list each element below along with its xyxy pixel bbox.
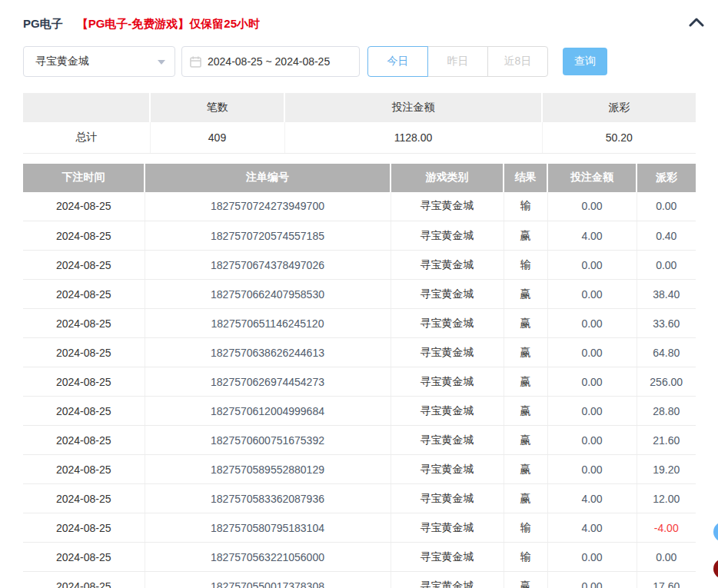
table-row: 2024-08-251827570589552880129寻宝黄金城赢0.001… bbox=[23, 455, 696, 484]
payout-cell: 12.00 bbox=[637, 484, 696, 513]
column-header-payout: 派彩 bbox=[637, 164, 696, 192]
summary-table: 笔数 投注金额 派彩 总计 409 1128.00 50.20 bbox=[23, 93, 696, 154]
order-id-cell: 1827570638626244613 bbox=[145, 338, 391, 367]
bet-amount-cell: 0.00 bbox=[547, 572, 637, 588]
summary-total-label: 总计 bbox=[23, 122, 150, 153]
notice-text: 【PG电子-免费游戏】仅保留25小时 bbox=[77, 17, 260, 32]
column-header-game-type: 游戏类别 bbox=[391, 164, 504, 192]
table-row: 2024-08-251827570583362087936寻宝黄金城赢4.001… bbox=[23, 484, 696, 513]
game-select-value: 寻宝黄金城 bbox=[35, 55, 89, 68]
game-select[interactable]: 寻宝黄金城 bbox=[23, 46, 175, 77]
bet-time-cell: 2024-08-25 bbox=[23, 251, 145, 280]
table-row: 2024-08-251827570550017378308寻宝黄金城赢0.001… bbox=[23, 572, 696, 588]
records-table: 下注时间 注单编号 游戏类别 结果 投注金额 派彩 2024-08-251827… bbox=[23, 164, 696, 588]
bet-time-cell: 2024-08-25 bbox=[23, 192, 145, 221]
game-type-cell: 寻宝黄金城 bbox=[391, 513, 504, 543]
order-id-cell: 1827570626974454273 bbox=[145, 367, 391, 397]
order-id-cell: 1827570589552880129 bbox=[145, 455, 391, 484]
bet-amount-cell: 0.00 bbox=[547, 338, 637, 367]
table-row: 2024-08-251827570580795183104寻宝黄金城输4.00-… bbox=[23, 513, 696, 543]
bet-amount-cell: 4.00 bbox=[547, 221, 637, 251]
result-cell: 赢 bbox=[504, 484, 547, 513]
floating-service-icon[interactable] bbox=[713, 522, 718, 542]
column-header-bet-amount: 投注金额 bbox=[547, 164, 637, 192]
result-cell: 输 bbox=[504, 251, 547, 280]
date-range-input[interactable]: 2024-08-25 ~ 2024-08-25 bbox=[181, 46, 360, 77]
order-id-cell: 1827570612004999684 bbox=[145, 397, 391, 426]
payout-cell: 28.80 bbox=[637, 397, 696, 426]
quick-date-button-0[interactable]: 今日 bbox=[367, 46, 428, 77]
bet-amount-cell: 0.00 bbox=[547, 543, 637, 572]
date-range-value: 2024-08-25 ~ 2024-08-25 bbox=[208, 55, 330, 68]
quick-date-button-1[interactable]: 昨日 bbox=[427, 46, 488, 77]
table-row: 2024-08-251827570638626244613寻宝黄金城赢0.006… bbox=[23, 338, 696, 367]
bet-time-cell: 2024-08-25 bbox=[23, 484, 145, 513]
summary-header-row: 笔数 投注金额 派彩 bbox=[23, 93, 696, 122]
bet-time-cell: 2024-08-25 bbox=[23, 543, 145, 572]
payout-cell: 0.00 bbox=[637, 192, 696, 221]
result-cell: 输 bbox=[504, 513, 547, 543]
result-cell: 赢 bbox=[504, 455, 547, 484]
column-header-result: 结果 bbox=[504, 164, 547, 192]
top-bar: PG电子 【PG电子-免费游戏】仅保留25小时 bbox=[0, 0, 718, 32]
table-row: 2024-08-251827570563221056000寻宝黄金城输0.000… bbox=[23, 543, 696, 572]
bet-amount-cell: 0.00 bbox=[547, 397, 637, 426]
game-type-cell: 寻宝黄金城 bbox=[391, 455, 504, 484]
order-id-cell: 1827570651146245120 bbox=[145, 309, 391, 338]
bet-time-cell: 2024-08-25 bbox=[23, 455, 145, 484]
game-type-cell: 寻宝黄金城 bbox=[391, 367, 504, 397]
order-id-cell: 1827570563221056000 bbox=[145, 543, 391, 572]
bet-time-cell: 2024-08-25 bbox=[23, 397, 145, 426]
search-button[interactable]: 查询 bbox=[563, 48, 607, 75]
records-table-body: 2024-08-251827570724273949700寻宝黄金城输0.000… bbox=[23, 192, 696, 588]
payout-cell: 0.40 bbox=[637, 221, 696, 251]
table-row: 2024-08-251827570662407958530寻宝黄金城赢0.003… bbox=[23, 280, 696, 309]
result-cell: 赢 bbox=[504, 572, 547, 588]
result-cell: 赢 bbox=[504, 397, 547, 426]
table-row: 2024-08-251827570720574557185寻宝黄金城赢4.000… bbox=[23, 221, 696, 251]
game-type-cell: 寻宝黄金城 bbox=[391, 484, 504, 513]
game-type-cell: 寻宝黄金城 bbox=[391, 426, 504, 455]
result-cell: 赢 bbox=[504, 426, 547, 455]
quick-date-button-2[interactable]: 近8日 bbox=[487, 46, 548, 77]
game-type-cell: 寻宝黄金城 bbox=[391, 221, 504, 251]
floating-widget-icon[interactable] bbox=[713, 559, 718, 579]
summary-header-empty bbox=[23, 93, 150, 122]
bet-amount-cell: 4.00 bbox=[547, 513, 637, 543]
payout-cell: 64.80 bbox=[637, 338, 696, 367]
bet-amount-cell: 0.00 bbox=[547, 309, 637, 338]
summary-total-bet-amount: 1128.00 bbox=[284, 122, 542, 153]
bet-amount-cell: 0.00 bbox=[547, 426, 637, 455]
payout-cell: 0.00 bbox=[637, 251, 696, 280]
payout-cell: 0.00 bbox=[637, 543, 696, 572]
bet-amount-cell: 0.00 bbox=[547, 280, 637, 309]
bet-time-cell: 2024-08-25 bbox=[23, 280, 145, 309]
game-type-cell: 寻宝黄金城 bbox=[391, 192, 504, 221]
collapse-chevron-up-icon[interactable] bbox=[688, 14, 705, 31]
bet-time-cell: 2024-08-25 bbox=[23, 513, 145, 543]
game-type-cell: 寻宝黄金城 bbox=[391, 572, 504, 588]
summary-total-row: 总计 409 1128.00 50.20 bbox=[23, 122, 696, 153]
filter-row: 寻宝黄金城 2024-08-25 ~ 2024-08-25 今日昨日近8日 查询 bbox=[23, 46, 695, 77]
column-header-order-id: 注单编号 bbox=[145, 164, 391, 192]
payout-cell: 17.60 bbox=[637, 572, 696, 588]
table-row: 2024-08-251827570600751675392寻宝黄金城赢0.002… bbox=[23, 426, 696, 455]
table-row: 2024-08-251827570674378497026寻宝黄金城输0.000… bbox=[23, 251, 696, 280]
game-type-cell: 寻宝黄金城 bbox=[391, 543, 504, 572]
page-title: PG电子 bbox=[23, 17, 63, 32]
order-id-cell: 1827570580795183104 bbox=[145, 513, 391, 543]
payout-cell: 33.60 bbox=[637, 309, 696, 338]
result-cell: 输 bbox=[504, 192, 547, 221]
quick-date-buttons: 今日昨日近8日 bbox=[367, 46, 548, 77]
game-type-cell: 寻宝黄金城 bbox=[391, 397, 504, 426]
bet-amount-cell: 4.00 bbox=[547, 484, 637, 513]
order-id-cell: 1827570583362087936 bbox=[145, 484, 391, 513]
payout-cell: 21.60 bbox=[637, 426, 696, 455]
bet-amount-cell: 0.00 bbox=[547, 455, 637, 484]
order-id-cell: 1827570662407958530 bbox=[145, 280, 391, 309]
summary-header-payout: 派彩 bbox=[542, 93, 696, 122]
payout-cell: -4.00 bbox=[637, 513, 696, 543]
game-type-cell: 寻宝黄金城 bbox=[391, 338, 504, 367]
payout-cell: 38.40 bbox=[637, 280, 696, 309]
bet-time-cell: 2024-08-25 bbox=[23, 426, 145, 455]
